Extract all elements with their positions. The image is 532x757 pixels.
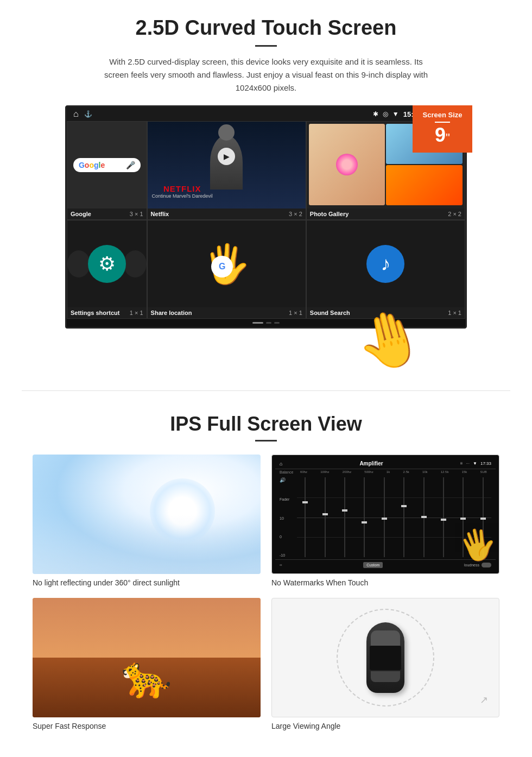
sunlight-image — [33, 455, 261, 574]
amp-db-labels: 🔊 Fader 10 0 -10 — [280, 477, 295, 557]
slider-thumb-10 — [480, 518, 486, 520]
amp-freq-25k: 2.5k — [403, 470, 409, 474]
title-divider — [255, 45, 277, 47]
slider-track-1 — [305, 477, 306, 557]
badge-divider — [435, 122, 450, 123]
amp-custom-btn[interactable]: Custom — [363, 562, 383, 568]
google-cell-content: Google 🎤 — [67, 122, 147, 209]
badge-size-value: 9" — [417, 125, 468, 145]
share-cell-content: 🖐 G — [148, 220, 306, 307]
amp-0db: 0 — [280, 535, 295, 539]
sound-bg: ♪ — [307, 220, 465, 307]
slider-thumb-2 — [322, 513, 328, 515]
amplifier-feature: ⌂ Amplifier ≡ ··· ▼ 17:33 Balance — [271, 455, 499, 587]
sunlight-caption: No light reflecting under 360° direct su… — [33, 578, 261, 587]
play-button[interactable]: ▶ — [218, 148, 235, 165]
google-search-bar[interactable]: Google 🎤 — [73, 158, 141, 172]
car-view-wrapper: ↗ — [272, 598, 499, 717]
slider-2 — [316, 477, 333, 557]
amp-screen: ⌂ Amplifier ≡ ··· ▼ 17:33 Balance — [275, 458, 496, 570]
sound-search-icon: ♪ — [366, 245, 404, 283]
amplifier-caption: No Watermarks When Touch — [271, 578, 499, 587]
cheetah-image: 🐆 — [33, 598, 261, 717]
badge-number: 9 — [435, 124, 446, 146]
slider-thumb-3 — [342, 509, 347, 512]
google-label-row: Google 3 × 1 — [67, 209, 147, 219]
bg-circle-1 — [67, 250, 90, 277]
dot-1 — [252, 322, 263, 324]
sound-app-cell[interactable]: ♪ Sound Search 1 × 1 — [306, 220, 465, 319]
share-bg: 🖐 G — [148, 220, 306, 307]
google-maps-icon: G — [211, 256, 233, 277]
share-size: 1 × 1 — [289, 310, 302, 316]
amp-freq-10k: 10k — [422, 470, 428, 474]
amp-frequencies: 60hz 100hz 200hz 500hz 1k 2.5k 10k 12.5k… — [296, 470, 491, 474]
slider-track-7 — [423, 477, 425, 557]
section-ips-screen: IPS Full Screen View No light reflecting… — [0, 407, 532, 747]
amp-dot-icon: ··· — [466, 461, 470, 466]
section-divider — [22, 390, 510, 391]
amp-home-icon: ⌂ — [280, 461, 282, 466]
slider-track-5 — [384, 477, 385, 557]
netflix-label-row: Netflix 3 × 2 — [148, 209, 306, 219]
share-icon-wrapper: 🖐 G — [203, 245, 250, 283]
amp-volume-row: 🔊 — [280, 477, 295, 483]
slider-5 — [376, 477, 392, 557]
amp-freq-500: 500hz — [364, 470, 373, 474]
amp-freq-sub: SUB — [480, 470, 486, 474]
section1-description: With 2.5D curved-display screen, this de… — [103, 55, 429, 94]
settings-cell-content: ⚙ — [67, 220, 147, 307]
settings-gear-icon: ⚙ — [88, 245, 126, 283]
slider-track-2 — [325, 477, 326, 557]
google-size: 3 × 1 — [130, 211, 143, 217]
car-roof — [370, 646, 401, 670]
netflix-brand: NETFLIX Continue Marvel's Daredevil — [152, 184, 213, 199]
gallery-size: 2 × 2 — [448, 211, 461, 217]
android-screen: ⌂ ⚓ ✱ ◎ ▼ 15:06 ⊙ ♪ ⊠ ▭ — [65, 105, 467, 329]
status-bar-left: ⌂ ⚓ — [73, 109, 92, 119]
section2-title-divider — [255, 440, 277, 441]
settings-bg: ⚙ — [67, 220, 147, 307]
slider-thumb-1 — [302, 501, 308, 503]
amp-header: ⌂ Amplifier ≡ ··· ▼ 17:33 — [275, 458, 496, 469]
amp-toggle[interactable] — [482, 563, 491, 567]
home-icon[interactable]: ⌂ — [73, 109, 79, 119]
device-container: Screen Size 9" ⌂ ⚓ ✱ ◎ ▼ 15:06 ⊙ ♪ — [65, 105, 467, 329]
slider-thumb-4 — [362, 521, 367, 523]
sunlight-feature: No light reflecting under 360° direct su… — [33, 455, 261, 587]
share-app-cell[interactable]: 🖐 G Share location 1 × 1 — [147, 220, 306, 319]
slider-thumb-8 — [441, 519, 446, 521]
settings-app-cell[interactable]: ⚙ Settings shortcut 1 × 1 — [67, 220, 147, 319]
amp-freq-1k: 1k — [387, 470, 390, 474]
gallery-photo-3 — [386, 165, 463, 205]
section2-title: IPS Full Screen View — [33, 413, 499, 436]
slider-4 — [356, 477, 372, 557]
netflix-subtitle: Continue Marvel's Daredevil — [152, 193, 213, 199]
cheetah-emoji: 🐆 — [121, 653, 172, 701]
car-top-view — [366, 622, 404, 693]
sound-label: Sound Search — [310, 310, 350, 316]
hand-spacer — [0, 342, 532, 374]
screen-size-badge: Screen Size 9" — [413, 105, 472, 153]
gallery-photo-1 — [309, 124, 385, 205]
car-windshield — [371, 630, 400, 646]
amp-time: 17:33 — [480, 461, 491, 466]
section-curved-screen: 2.5D Curved Touch Screen With 2.5D curve… — [0, 0, 532, 342]
bg-circle-3 — [124, 250, 147, 277]
netflix-app-cell[interactable]: ▶ NETFLIX Continue Marvel's Daredevil Ne… — [147, 121, 306, 220]
netflix-size: 3 × 2 — [289, 211, 302, 217]
slider-thumb-5 — [382, 518, 387, 520]
slider-1 — [297, 477, 313, 557]
netflix-cell-content: ▶ NETFLIX Continue Marvel's Daredevil — [148, 122, 306, 209]
google-app-cell[interactable]: Google 🎤 Google 3 × 1 — [67, 121, 147, 220]
eq-sliders: 🖐 — [297, 477, 491, 557]
car-image: ↗ — [271, 598, 499, 717]
slider-track-4 — [364, 477, 365, 557]
amp-nav-back: ‹‹ — [280, 563, 282, 567]
car-body — [366, 622, 404, 693]
google-label: Google — [71, 211, 91, 217]
settings-label-row: Settings shortcut 1 × 1 — [67, 307, 147, 318]
slider-thumb-6 — [401, 505, 407, 507]
amp-volume-icon: 🔊 — [280, 477, 286, 483]
bluetooth-icon: ✱ — [373, 110, 378, 118]
